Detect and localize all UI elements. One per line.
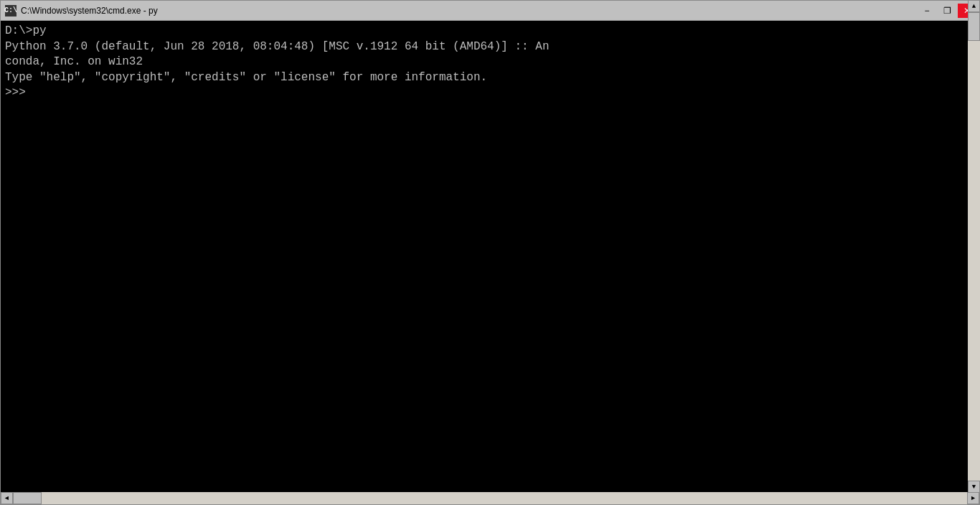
- cmd-window: C:\ C:\Windows\system32\cmd.exe - py − ❐…: [0, 0, 980, 505]
- window-title: C:\Windows\system32\cmd.exe - py: [21, 6, 158, 16]
- scroll-down-button[interactable]: ▼: [968, 481, 979, 492]
- console-area[interactable]: D:\>py Python 3.7.0 (default, Jun 28 201…: [1, 21, 979, 492]
- vertical-scroll-track[interactable]: [968, 21, 979, 481]
- minimize-button[interactable]: −: [918, 4, 936, 18]
- scroll-left-button[interactable]: ◄: [1, 492, 13, 504]
- console-line-4: Type "help", "copyright", "credits" or "…: [5, 70, 975, 86]
- title-bar-left: C:\ C:\Windows\system32\cmd.exe - py: [5, 5, 158, 16]
- horizontal-scroll-track[interactable]: [13, 492, 967, 504]
- scroll-right-button[interactable]: ►: [967, 492, 979, 504]
- restore-button[interactable]: ❐: [938, 4, 956, 18]
- console-container: D:\>py Python 3.7.0 (default, Jun 28 201…: [1, 21, 979, 492]
- horizontal-scroll-thumb[interactable]: [13, 492, 42, 504]
- vertical-scrollbar: ▲ ▼: [968, 21, 979, 492]
- console-output: D:\>py Python 3.7.0 (default, Jun 28 201…: [5, 24, 975, 489]
- horizontal-scrollbar: ◄ ►: [1, 492, 979, 504]
- console-line-2: Python 3.7.0 (default, Jun 28 2018, 08:0…: [5, 39, 975, 55]
- console-prompt-line: >>>: [5, 85, 975, 101]
- cmd-icon: C:\: [5, 5, 17, 16]
- title-bar: C:\ C:\Windows\system32\cmd.exe - py − ❐…: [1, 1, 979, 21]
- console-line-1: D:\>py: [5, 24, 975, 39]
- console-line-3: conda, Inc. on win32: [5, 55, 975, 70]
- vertical-scroll-thumb[interactable]: [968, 21, 979, 41]
